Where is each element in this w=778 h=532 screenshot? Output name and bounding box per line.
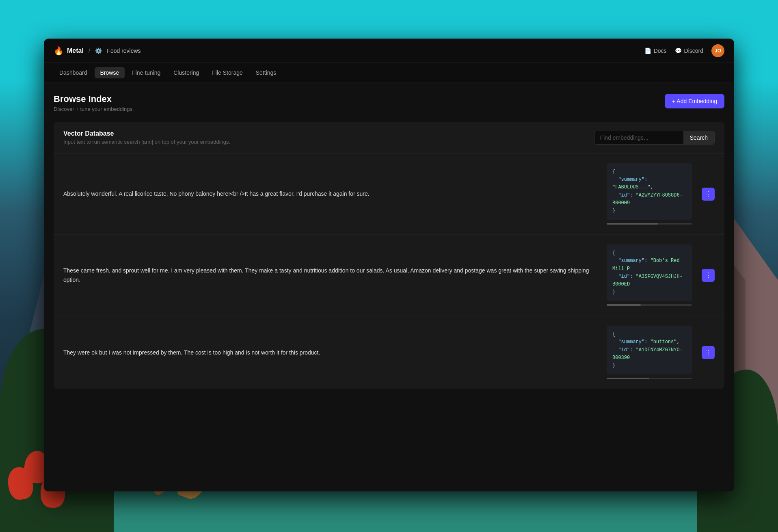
- embedding-menu-button-1[interactable]: ⋮: [702, 188, 715, 201]
- json-scrollbar-1: [607, 223, 692, 225]
- discord-label: Discord: [684, 48, 703, 54]
- nav-settings[interactable]: Settings: [250, 67, 282, 78]
- header-left: 🔥 Metal / ⚙️ Food reviews: [54, 46, 141, 56]
- embedding-row-2: These came fresh, and sprout well for me…: [54, 235, 724, 316]
- vector-db-subtitle: Input text to run semantic search [ann] …: [63, 139, 230, 145]
- embedding-text-2: These came fresh, and sprout well for me…: [63, 266, 597, 284]
- breadcrumb-separator: /: [89, 47, 90, 54]
- app-main: Browse Index Discover + tune your embedd…: [44, 82, 734, 491]
- dots-vertical-icon-3: ⋮: [705, 349, 712, 357]
- discord-icon: 💬: [675, 48, 682, 54]
- page-header: Browse Index Discover + tune your embedd…: [54, 94, 724, 112]
- json-scrollbar-thumb-1: [607, 223, 658, 225]
- breadcrumb-label: Food reviews: [107, 48, 140, 54]
- embedding-menu-button-2[interactable]: ⋮: [702, 269, 715, 282]
- embedding-row-3: They were ok but I was not impressed by …: [54, 316, 724, 389]
- json-scrollbar-thumb-2: [607, 304, 641, 306]
- embedding-json-wrap-3: { "summary": "buttons", "id": "A1DFNY4MZ…: [607, 326, 692, 379]
- json-scrollbar-thumb-3: [607, 378, 649, 379]
- json-scrollbar-3: [607, 378, 692, 379]
- page-title-area: Browse Index Discover + tune your embedd…: [54, 94, 134, 112]
- embedding-json-wrap-2: { "summary": "Bob's Red Mill P "id": "A3…: [607, 244, 692, 306]
- nav-file-storage[interactable]: File Storage: [206, 67, 248, 78]
- vector-database-panel: Vector Database Input text to run semant…: [54, 122, 724, 389]
- logo-flame-icon: 🔥: [54, 46, 64, 56]
- nav-fine-tuning[interactable]: Fine-tuning: [126, 67, 166, 78]
- search-button[interactable]: Search: [683, 131, 715, 145]
- docs-label: Docs: [654, 48, 667, 54]
- vector-db-title: Vector Database: [63, 130, 230, 137]
- add-embedding-button[interactable]: + Add Embedding: [665, 94, 724, 108]
- embedding-json-1: { "summary": "FABULOUS...", "id": "A2WMZ…: [607, 163, 692, 220]
- nav-browse[interactable]: Browse: [95, 67, 125, 78]
- embedding-text-3: They were ok but I was not impressed by …: [63, 348, 597, 357]
- embedding-row: Absolutely wonderful. A real licorice ta…: [54, 154, 724, 235]
- embedding-json-2: { "summary": "Bob's Red Mill P "id": "A3…: [607, 244, 692, 301]
- embedding-json-3: { "summary": "buttons", "id": "A1DFNY4MZ…: [607, 326, 692, 374]
- search-area: Search: [594, 131, 715, 145]
- page-subtitle: Discover + tune your embeddings.: [54, 106, 134, 112]
- json-scrollbar-2: [607, 304, 692, 306]
- dots-vertical-icon-2: ⋮: [705, 271, 712, 279]
- discord-link[interactable]: 💬 Discord: [675, 48, 703, 54]
- header-right: 📄 Docs 💬 Discord JO: [644, 44, 724, 57]
- docs-link[interactable]: 📄 Docs: [644, 48, 667, 54]
- docs-icon: 📄: [644, 48, 651, 54]
- app-window: 🔥 Metal / ⚙️ Food reviews 📄 Docs 💬 Disco…: [44, 39, 734, 491]
- app-header: 🔥 Metal / ⚙️ Food reviews 📄 Docs 💬 Disco…: [44, 39, 734, 63]
- vector-title-area: Vector Database Input text to run semant…: [63, 130, 230, 145]
- logo-text: Metal: [67, 47, 84, 54]
- vector-panel-header: Vector Database Input text to run semant…: [54, 122, 724, 154]
- nav-clustering[interactable]: Clustering: [168, 67, 205, 78]
- embedding-menu-button-3[interactable]: ⋮: [702, 346, 715, 359]
- dots-vertical-icon-1: ⋮: [705, 190, 712, 198]
- index-icon: ⚙️: [95, 48, 102, 54]
- page-title: Browse Index: [54, 94, 134, 104]
- app-nav: Dashboard Browse Fine-tuning Clustering …: [44, 63, 734, 82]
- search-input[interactable]: [594, 131, 683, 145]
- user-avatar[interactable]: JO: [711, 44, 724, 57]
- embedding-json-wrap-1: { "summary": "FABULOUS...", "id": "A2WMZ…: [607, 163, 692, 225]
- nav-dashboard[interactable]: Dashboard: [54, 67, 93, 78]
- embedding-text-1: Absolutely wonderful. A real licorice ta…: [63, 189, 597, 198]
